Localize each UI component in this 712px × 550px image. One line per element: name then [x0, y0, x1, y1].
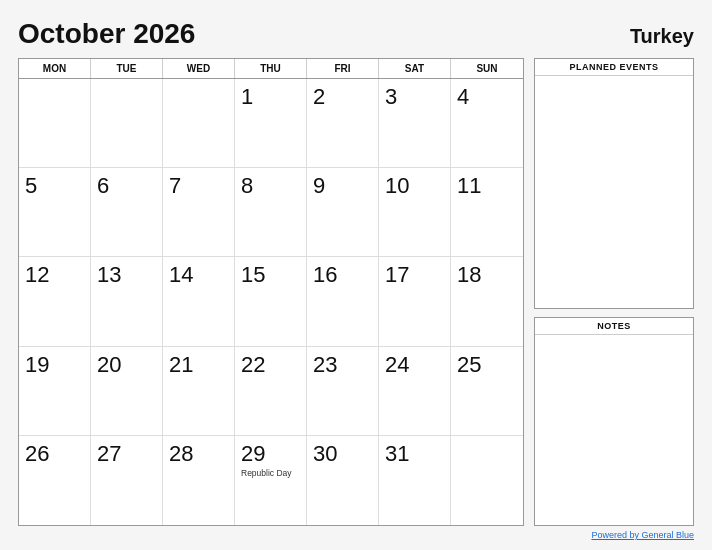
main-content: MONTUEWEDTHUFRISATSUN 123456789101112131… [18, 58, 694, 526]
cell-day-number: 20 [97, 353, 156, 377]
cell-day-number: 9 [313, 174, 372, 198]
calendar-grid: 1234567891011121314151617181920212223242… [19, 79, 523, 525]
cell-day-number: 14 [169, 263, 228, 287]
day-header: FRI [307, 59, 379, 78]
calendar-cell: 7 [163, 168, 235, 257]
calendar-cell: 1 [235, 79, 307, 168]
calendar-cell: 21 [163, 347, 235, 436]
calendar-section: MONTUEWEDTHUFRISATSUN 123456789101112131… [18, 58, 524, 526]
cell-day-number: 17 [385, 263, 444, 287]
calendar-cell: 6 [91, 168, 163, 257]
cell-day-number: 8 [241, 174, 300, 198]
calendar-cell: 16 [307, 257, 379, 346]
calendar-cell: 4 [451, 79, 523, 168]
calendar-cell: 31 [379, 436, 451, 525]
cell-day-number: 6 [97, 174, 156, 198]
cell-event: Republic Day [241, 468, 300, 478]
day-header: SUN [451, 59, 523, 78]
cell-day-number: 11 [457, 174, 517, 198]
calendar-cell: 15 [235, 257, 307, 346]
notes-title: NOTES [535, 318, 693, 335]
calendar-cell [91, 79, 163, 168]
cell-day-number: 13 [97, 263, 156, 287]
cell-day-number: 23 [313, 353, 372, 377]
calendar-cell: 17 [379, 257, 451, 346]
calendar-cell: 12 [19, 257, 91, 346]
footer: Powered by General Blue [18, 530, 694, 540]
cell-day-number: 4 [457, 85, 517, 109]
cell-day-number: 12 [25, 263, 84, 287]
planned-events-title: PLANNED EVENTS [535, 59, 693, 76]
cell-day-number: 27 [97, 442, 156, 466]
calendar-cell: 26 [19, 436, 91, 525]
calendar-cell: 27 [91, 436, 163, 525]
calendar-cell: 11 [451, 168, 523, 257]
cell-day-number: 5 [25, 174, 84, 198]
month-title: October 2026 [18, 18, 195, 50]
cell-day-number: 26 [25, 442, 84, 466]
planned-events-content [535, 76, 693, 308]
cell-day-number: 25 [457, 353, 517, 377]
cell-day-number: 3 [385, 85, 444, 109]
calendar-cell: 9 [307, 168, 379, 257]
day-header: THU [235, 59, 307, 78]
cell-day-number: 19 [25, 353, 84, 377]
calendar-page: October 2026 Turkey MONTUEWEDTHUFRISATSU… [0, 0, 712, 550]
calendar-cell: 14 [163, 257, 235, 346]
calendar-cell: 29Republic Day [235, 436, 307, 525]
notes-box: NOTES [534, 317, 694, 526]
cell-day-number: 24 [385, 353, 444, 377]
calendar-cell: 24 [379, 347, 451, 436]
calendar-cell: 19 [19, 347, 91, 436]
calendar-cell: 28 [163, 436, 235, 525]
cell-day-number: 31 [385, 442, 444, 466]
cell-day-number: 2 [313, 85, 372, 109]
side-section: PLANNED EVENTS NOTES [534, 58, 694, 526]
notes-content [535, 335, 693, 525]
calendar-cell: 2 [307, 79, 379, 168]
powered-by-link[interactable]: Powered by General Blue [591, 530, 694, 540]
cell-day-number: 22 [241, 353, 300, 377]
cell-day-number: 10 [385, 174, 444, 198]
day-header: SAT [379, 59, 451, 78]
cell-day-number: 16 [313, 263, 372, 287]
day-header: MON [19, 59, 91, 78]
cell-day-number: 30 [313, 442, 372, 466]
country-title: Turkey [630, 25, 694, 48]
header-row: October 2026 Turkey [18, 18, 694, 50]
day-header: WED [163, 59, 235, 78]
cell-day-number: 15 [241, 263, 300, 287]
calendar-cell: 13 [91, 257, 163, 346]
planned-events-box: PLANNED EVENTS [534, 58, 694, 309]
calendar-cell: 3 [379, 79, 451, 168]
calendar-cell: 8 [235, 168, 307, 257]
day-header: TUE [91, 59, 163, 78]
calendar-cell: 5 [19, 168, 91, 257]
calendar-cell: 30 [307, 436, 379, 525]
calendar-cell: 18 [451, 257, 523, 346]
day-headers: MONTUEWEDTHUFRISATSUN [19, 59, 523, 79]
calendar-cell [19, 79, 91, 168]
cell-day-number: 7 [169, 174, 228, 198]
calendar-cell: 25 [451, 347, 523, 436]
calendar-cell: 20 [91, 347, 163, 436]
cell-day-number: 1 [241, 85, 300, 109]
cell-day-number: 29 [241, 442, 300, 466]
cell-day-number: 21 [169, 353, 228, 377]
calendar-cell: 22 [235, 347, 307, 436]
calendar-cell: 23 [307, 347, 379, 436]
cell-day-number: 18 [457, 263, 517, 287]
cell-day-number: 28 [169, 442, 228, 466]
calendar-cell [163, 79, 235, 168]
calendar-cell: 10 [379, 168, 451, 257]
calendar-cell [451, 436, 523, 525]
